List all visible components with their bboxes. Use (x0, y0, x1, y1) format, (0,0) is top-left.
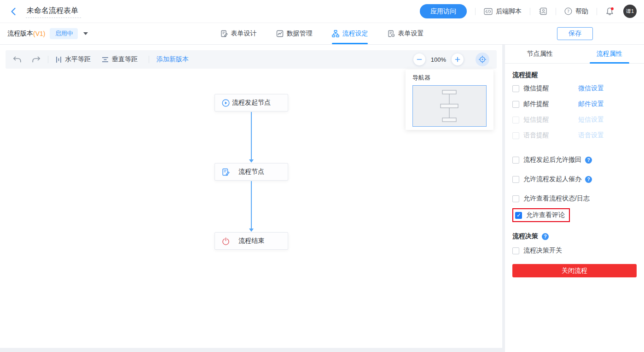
top-bar: 未命名流程表单 应用访问 后端脚本 ? 帮助 (0, 0, 644, 23)
tab-label: 表单设计 (231, 29, 257, 38)
backend-script-button[interactable]: 后端脚本 (484, 7, 522, 16)
tab-data-manage[interactable]: 数据管理 (276, 23, 313, 44)
reminder-row-email: 邮件提醒 邮件设置 (512, 98, 637, 111)
divider (597, 8, 597, 15)
divider (48, 56, 48, 63)
option-label: 允许查看流程状态/日志 (523, 194, 590, 203)
tab-label: 数据管理 (287, 29, 313, 38)
option-decision-switch: 流程决策开关 (512, 246, 637, 255)
avatar[interactable]: 谭1 (623, 5, 637, 18)
option-view-comments-highlighted: 允许查看评论 (512, 208, 570, 222)
close-flow-button[interactable]: 关闭流程 (512, 264, 637, 277)
properties-panel: 节点属性 流程属性 流程提醒 微信提醒 微信设置 邮件提醒 邮件设置 短信提醒 (505, 45, 644, 352)
redo-icon[interactable] (32, 56, 41, 63)
address-book-icon (539, 7, 547, 15)
panel-content: 流程提醒 微信提醒 微信设置 邮件提醒 邮件设置 短信提醒 短信设置 (505, 64, 644, 352)
arrow-down-icon (249, 229, 254, 232)
decision-switch-checkbox[interactable] (512, 247, 519, 254)
view-status-log-checkbox[interactable] (512, 195, 519, 202)
voice-settings-link: 语音设置 (578, 131, 604, 140)
panel-tabs: 节点属性 流程属性 (505, 45, 644, 64)
contacts-button[interactable] (539, 7, 547, 15)
option-allow-withdraw: 流程发起后允许撤回 (512, 156, 637, 164)
canvas-toolbar: 水平等距 垂直等距 添加新版本 100% (6, 50, 497, 69)
main-tabs: 表单设计 数据管理 流程设定 表单设置 (220, 23, 424, 44)
form-edit-icon (222, 168, 230, 176)
version-label: 流程版本 (7, 29, 33, 38)
notifications-button[interactable] (605, 7, 614, 16)
version-bar: 流程版本(V1) 启用中 表单设计 数据管理 流程设定 (0, 23, 644, 45)
top-right-actions: 应用访问 后端脚本 ? 帮助 (420, 4, 637, 18)
reminder-label: 语音提醒 (523, 131, 578, 140)
help-button[interactable]: ? 帮助 (564, 7, 588, 16)
node-label: 流程结束 (238, 237, 264, 245)
help-icon[interactable] (585, 157, 592, 164)
tab-flow-setting[interactable]: 流程设定 (332, 23, 368, 44)
reminder-label: 微信提醒 (523, 84, 578, 93)
help-label: 帮助 (575, 7, 588, 16)
option-allow-urge: 允许流程发起人催办 (512, 175, 637, 183)
minimap[interactable] (412, 85, 487, 127)
chevron-down-icon[interactable] (83, 32, 88, 35)
node-flow-end[interactable]: 流程结束 (215, 232, 288, 250)
tab-form-design[interactable]: 表单设计 (220, 23, 257, 44)
allow-withdraw-checkbox[interactable] (512, 157, 519, 164)
flow-edge (249, 181, 254, 232)
horizontal-equal-button[interactable]: 水平等距 (56, 55, 91, 64)
power-icon (222, 237, 230, 245)
horizontal-equal-label: 水平等距 (65, 55, 91, 64)
back-button[interactable] (7, 6, 19, 18)
tab-flow-properties[interactable]: 流程属性 (574, 45, 644, 63)
save-button[interactable]: 保存 (557, 27, 593, 40)
status-badge: 启用中 (50, 28, 78, 39)
zoom-in-button[interactable] (452, 53, 464, 65)
option-label: 流程发起后允许撤回 (523, 156, 581, 164)
arrow-down-icon (249, 159, 254, 163)
data-chart-icon (276, 30, 284, 37)
version-number: (V1) (33, 30, 45, 37)
app-access-button[interactable]: 应用访问 (420, 4, 467, 18)
vertical-equal-button[interactable]: 垂直等距 (102, 55, 138, 64)
view-comments-checkbox[interactable] (515, 212, 522, 219)
option-label: 允许查看评论 (526, 211, 565, 219)
reminder-row-wechat: 微信提醒 微信设置 (512, 82, 637, 95)
page-title[interactable]: 未命名流程表单 (26, 5, 81, 18)
svg-text:?: ? (567, 9, 569, 14)
vertical-spacing-icon (102, 57, 109, 63)
zoom-out-button[interactable] (413, 53, 425, 65)
node-label: 流程节点 (238, 168, 264, 176)
vertical-equal-label: 垂直等距 (112, 55, 138, 64)
undo-icon[interactable] (13, 56, 22, 63)
back-chevron-icon (11, 7, 16, 16)
tab-label: 表单设置 (398, 29, 424, 38)
divider (530, 8, 530, 15)
node-flow-start[interactable]: 流程发起节点 (215, 94, 288, 111)
divider (475, 8, 476, 15)
navigator-title: 导航器 (412, 74, 487, 82)
decision-section-title: 流程决策 (512, 232, 637, 241)
reminder-row-sms: 短信提醒 短信设置 (512, 113, 637, 126)
tab-node-properties[interactable]: 节点属性 (505, 45, 574, 63)
flow-canvas[interactable]: 水平等距 垂直等距 添加新版本 100% (0, 45, 502, 348)
wechat-settings-link[interactable]: 微信设置 (578, 84, 604, 93)
tab-label: 流程设定 (342, 29, 368, 38)
email-settings-link[interactable]: 邮件设置 (578, 100, 604, 108)
email-reminder-checkbox[interactable] (512, 101, 519, 108)
wechat-reminder-checkbox[interactable] (512, 85, 519, 92)
add-new-version-link[interactable]: 添加新版本 (157, 55, 189, 64)
help-icon[interactable] (585, 176, 592, 183)
play-circle-icon (222, 99, 230, 107)
divider (149, 56, 149, 63)
node-flow-step[interactable]: 流程节点 (215, 163, 288, 181)
navigator-panel: 导航器 (406, 70, 493, 130)
tab-form-setting[interactable]: 表单设置 (388, 23, 424, 44)
code-icon (484, 8, 493, 15)
reminder-label: 短信提醒 (523, 116, 578, 124)
allow-urge-checkbox[interactable] (512, 176, 519, 183)
node-label: 流程发起节点 (232, 99, 271, 107)
help-icon[interactable] (542, 233, 549, 240)
locate-center-button[interactable] (476, 53, 489, 66)
flow-chart-icon (332, 30, 339, 37)
option-label: 流程决策开关 (523, 246, 562, 255)
voice-reminder-checkbox (512, 132, 519, 139)
